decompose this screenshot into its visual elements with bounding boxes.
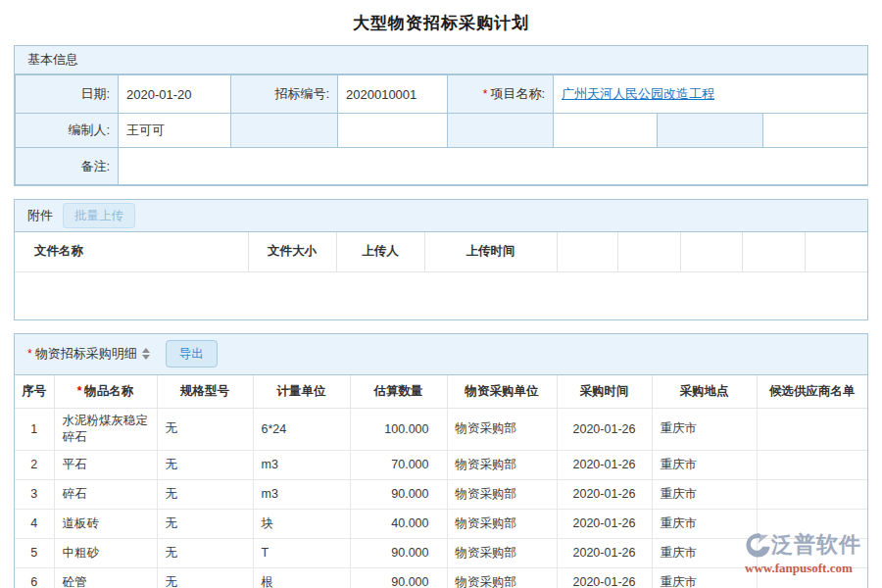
author-label: 编制人: (16, 114, 119, 148)
cell-unit: T (253, 538, 350, 567)
col-spec: 规格型号 (157, 375, 253, 409)
col-item-name: *物品名称 (54, 375, 157, 409)
cell-spec: 无 (157, 538, 253, 567)
cell-name: 碎石 (54, 479, 157, 509)
table-row: 3 碎石 无 m3 90.000 物资采购部 2020-01-26 重庆市 (15, 479, 867, 509)
cell-name: 砼管 (54, 567, 157, 588)
project-value-cell: 广州天河人民公园改造工程 (554, 75, 868, 114)
attachments-section-title: 附件 (27, 207, 53, 224)
sort-icon[interactable] (142, 348, 150, 360)
cell-qty: 90.000 (350, 479, 447, 509)
batch-upload-button[interactable]: 批量上传 (63, 203, 135, 229)
cell-qty: 40.000 (350, 509, 447, 538)
basic-info-row-1: 日期: 2020-01-20 招标编号: 2020010001 *项目名称: 广… (16, 75, 868, 114)
cell-seq: 3 (15, 479, 54, 509)
cell-supplier (757, 479, 867, 509)
col-file-name: 文件名称 (15, 232, 248, 271)
watermark: 泛普软件 www.fanpusoft.com (745, 530, 878, 576)
table-row: 4 道板砖 无 块 40.000 物资采购部 2020-01-26 重庆市 (15, 509, 867, 538)
watermark-url: www.fanpusoft.com (745, 561, 878, 576)
cell-time: 2020-01-26 (557, 409, 652, 451)
basic-info-row-2: 编制人: 王可可 (16, 114, 868, 148)
col-unit: 计量单位 (253, 375, 350, 409)
cell-time: 2020-01-26 (557, 538, 652, 567)
cell-unit: 6*24 (253, 409, 350, 451)
cell-name: 水泥粉煤灰稳定碎石 (54, 409, 157, 451)
cell-place: 重庆市 (652, 409, 757, 451)
required-asterisk: * (483, 87, 488, 101)
export-button[interactable]: 导出 (166, 340, 218, 368)
cell-unit: m3 (253, 479, 350, 509)
cell-place: 重庆市 (652, 538, 757, 567)
required-asterisk: * (27, 347, 32, 361)
cell-name: 道板砖 (54, 509, 157, 538)
cell-spec: 无 (157, 479, 253, 509)
attachments-empty-area (15, 272, 867, 319)
basic-info-section: 基本信息 日期: 2020-01-20 招标编号: 2020010001 *项目… (14, 45, 868, 186)
table-row: 1 水泥粉煤灰稳定碎石 无 6*24 100.000 物资采购部 2020-01… (15, 409, 867, 451)
detail-section-title: 物资招标采购明细 (35, 345, 137, 363)
empty-value-cell (763, 114, 868, 148)
attachments-table: 文件名称 文件大小 上传人 上传时间 (15, 232, 867, 272)
project-link[interactable]: 广州天河人民公园改造工程 (562, 86, 714, 101)
date-label: 日期: (16, 75, 119, 114)
cell-seq: 6 (15, 567, 54, 588)
col-seq: 序号 (15, 375, 54, 409)
cell-spec: 无 (157, 567, 253, 588)
cell-name: 平石 (54, 450, 157, 479)
cell-place: 重庆市 (652, 509, 757, 538)
col-time: 采购时间 (557, 375, 652, 409)
cell-spec: 无 (157, 450, 253, 479)
cell-seq: 4 (15, 509, 54, 538)
cell-time: 2020-01-26 (557, 479, 652, 509)
attachments-section: 附件 批量上传 文件名称 文件大小 上传人 上传时间 (14, 199, 868, 320)
cell-supplier (757, 409, 867, 451)
required-asterisk: * (77, 384, 82, 398)
table-row: 2 平石 无 m3 70.000 物资采购部 2020-01-26 重庆市 (15, 450, 867, 479)
detail-section: * 物资招标采购明细 导出 序号 *物品名称 规格型号 计量单位 估算数量 物资… (14, 333, 868, 588)
table-row: 5 中粗砂 无 T 90.000 物资采购部 2020-01-26 重庆市 (15, 538, 867, 567)
watermark-brand: 泛普软件 (771, 530, 861, 560)
cell-unit: m3 (253, 450, 350, 479)
detail-table: 序号 *物品名称 规格型号 计量单位 估算数量 物资采购单位 采购时间 采购地点… (15, 375, 867, 588)
cell-seq: 2 (15, 450, 54, 479)
cell-dept: 物资采购部 (447, 567, 557, 588)
cell-spec: 无 (157, 509, 253, 538)
cell-qty: 70.000 (350, 450, 447, 479)
empty-col (617, 232, 680, 271)
remark-label: 备注: (16, 148, 119, 185)
empty-label-cell (658, 114, 763, 148)
col-dept: 物资采购单位 (447, 375, 557, 409)
empty-label-cell (231, 114, 338, 148)
col-uploader: 上传人 (336, 232, 424, 271)
col-file-size: 文件大小 (248, 232, 336, 271)
cell-place: 重庆市 (652, 479, 757, 509)
empty-label-cell (448, 114, 554, 148)
detail-section-header: * 物资招标采购明细 导出 (15, 334, 867, 375)
empty-value-cell (554, 114, 658, 148)
project-label: *项目名称: (448, 75, 554, 114)
empty-col (742, 232, 805, 271)
cell-place: 重庆市 (652, 450, 757, 479)
cell-seq: 1 (15, 409, 54, 451)
cell-unit: 根 (253, 567, 350, 588)
table-row: 6 砼管 无 根 90.000 物资采购部 2020-01-26 重庆市 (15, 567, 867, 588)
bid-no-value: 2020010001 (338, 75, 448, 114)
cell-seq: 5 (15, 538, 54, 567)
col-supplier: 候选供应商名单 (757, 375, 867, 409)
cell-dept: 物资采购部 (447, 479, 557, 509)
author-value: 王可可 (119, 114, 231, 148)
cell-time: 2020-01-26 (557, 450, 652, 479)
empty-col (680, 232, 742, 271)
cell-time: 2020-01-26 (557, 509, 652, 538)
cell-qty: 90.000 (350, 538, 447, 567)
cell-dept: 物资采购部 (447, 538, 557, 567)
basic-info-section-title: 基本信息 (27, 51, 78, 69)
col-qty: 估算数量 (350, 375, 447, 409)
fanpu-logo-icon (745, 532, 771, 559)
cell-qty: 100.000 (350, 409, 447, 451)
cell-name: 中粗砂 (54, 538, 157, 567)
cell-dept: 物资采购部 (447, 509, 557, 538)
cell-supplier (757, 450, 867, 479)
page: 大型物资招标采购计划 基本信息 日期: 2020-01-20 招标编号: 202… (0, 0, 882, 588)
